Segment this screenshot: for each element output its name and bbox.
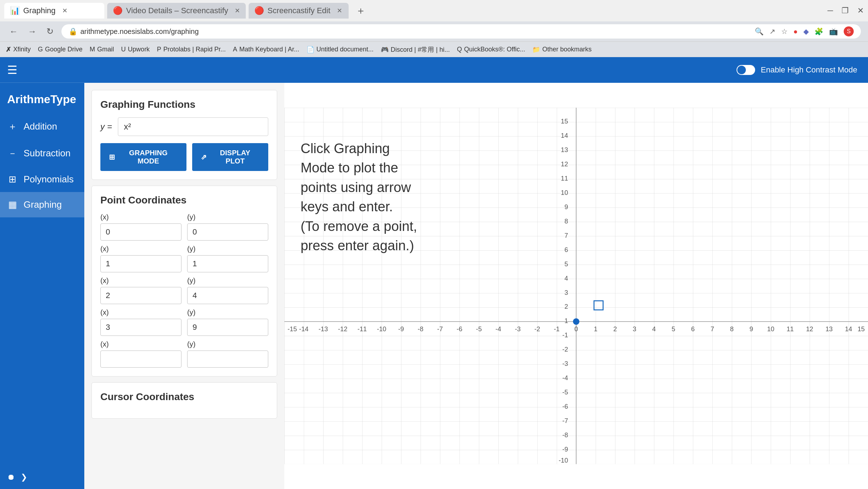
tab-graphing[interactable]: 📊 Graphing ✕	[4, 3, 104, 19]
sidebar-item-addition[interactable]: ＋ Addition	[0, 113, 84, 140]
bookmark-quickbooks[interactable]: Q QuickBooks®: Offic...	[457, 46, 525, 53]
coord-x-input-0[interactable]	[100, 223, 181, 241]
coord-y-input-0[interactable]	[187, 223, 268, 241]
graphing-mode-button[interactable]: ⊞ GRAPHING MODE	[100, 143, 186, 171]
svg-text:7: 7	[710, 326, 714, 333]
coord-x-2: (x)	[100, 277, 181, 304]
coord-x-input-1[interactable]	[100, 255, 181, 272]
tab-screencastify-details[interactable]: 🔴 Video Details – Screencastify ✕	[107, 3, 246, 19]
sidebar-brand: ArithmeType	[0, 83, 84, 113]
bookmark-discord-icon: 🎮	[381, 46, 389, 54]
svg-text:-7: -7	[562, 417, 568, 424]
svg-text:11: 11	[561, 175, 568, 182]
maximize-button[interactable]: ❐	[842, 6, 849, 15]
svg-text:13: 13	[825, 326, 833, 333]
sidebar-item-label-polynomials: Polynomials	[24, 174, 74, 185]
content-area: Graphing Functions y = ⊞ GRAPHING MODE ⇗…	[84, 83, 868, 489]
svg-text:8: 8	[564, 218, 568, 225]
bookmark-math-keyboard[interactable]: A Math Keyboard | Ar...	[233, 46, 299, 53]
coord-y-1: (y)	[187, 245, 268, 272]
screencastify-record-icon[interactable]: ⏺	[7, 473, 15, 482]
sidebar-item-label-subtraction: Subtraction	[24, 148, 71, 159]
bookmark-google-drive[interactable]: G Google Drive	[38, 46, 83, 53]
coord-y-0: (y)	[187, 213, 268, 241]
back-button[interactable]: ←	[7, 24, 20, 39]
coord-x-1: (x)	[100, 245, 181, 272]
refresh-button[interactable]: ↻	[44, 24, 56, 39]
svg-text:10: 10	[561, 189, 568, 196]
sidebar-item-polynomials[interactable]: ⊞ Polynomials	[0, 167, 84, 192]
svg-text:13: 13	[561, 146, 568, 153]
search-icon[interactable]: 🔍	[755, 27, 764, 36]
sidebar-item-subtraction[interactable]: － Subtraction	[0, 140, 84, 167]
bookmark-star-icon[interactable]: ☆	[781, 27, 788, 36]
coord-y-3: (y)	[187, 308, 268, 336]
extension-icon-2[interactable]: ◆	[803, 27, 809, 36]
bookmark-xfinity[interactable]: ✗ Xfinity	[6, 46, 31, 54]
svg-text:-15: -15	[288, 326, 297, 333]
svg-text:6: 6	[691, 326, 695, 333]
browser-window-controls: ─ ❐ ✕	[827, 6, 864, 15]
address-bar[interactable]: 🔒 arithmetype.noesislabs.com/graphing 🔍 …	[61, 24, 861, 39]
close-button[interactable]: ✕	[857, 6, 864, 15]
point-origin	[573, 318, 579, 325]
tab-close-icon[interactable]: ✕	[62, 7, 68, 15]
coord-x-input-4[interactable]	[100, 351, 181, 368]
cast-icon[interactable]: 📺	[829, 27, 838, 36]
bookmark-upwork[interactable]: U Upwork	[121, 46, 150, 53]
svg-text:2: 2	[564, 303, 568, 310]
sidebar-navigation: ＋ Addition － Subtraction ⊞ Polynomials ▦…	[0, 113, 84, 217]
bookmark-google-drive-icon: G	[38, 46, 43, 53]
bookmark-untitled-doc[interactable]: 📄 Untitled document...	[306, 46, 374, 54]
tab-screencastify-edit[interactable]: 🔴 Screencastify Edit ✕	[249, 3, 349, 19]
svg-text:11: 11	[787, 326, 794, 333]
coord-y-input-4[interactable]	[187, 351, 268, 368]
bookmark-gmail[interactable]: M Gmail	[90, 46, 114, 53]
high-contrast-toggle[interactable]: Enable High Contrast Mode	[737, 65, 857, 75]
address-action-icons: 🔍 ↗ ☆ ● ◆ 🧩 📺 S	[755, 26, 854, 36]
coord-x-0: (x)	[100, 213, 181, 241]
bookmark-protolabs[interactable]: P Protolabs | Rapid Pr...	[157, 46, 226, 53]
grid-icon: ⊞	[109, 153, 115, 161]
bookmark-other[interactable]: 📁 Other bookmarks	[532, 46, 592, 54]
graphing-icon: ▦	[7, 199, 18, 210]
address-bar-row: ← → ↻ 🔒 arithmetype.noesislabs.com/graph…	[0, 21, 868, 41]
cursor-coordinates-title: Cursor Coordinates	[100, 391, 268, 403]
coord-y-input-2[interactable]	[187, 287, 268, 304]
sidebar-item-graphing[interactable]: ▦ Graphing	[0, 192, 84, 217]
toggle-switch[interactable]	[737, 65, 755, 75]
tab-close-2-icon[interactable]: ✕	[235, 7, 240, 15]
coord-x-input-2[interactable]	[100, 287, 181, 304]
coord-y-input-3[interactable]	[187, 319, 268, 336]
svg-text:1: 1	[594, 326, 597, 333]
extension-icon-1[interactable]: ●	[793, 27, 798, 36]
svg-text:-9: -9	[562, 446, 568, 453]
coord-x-input-3[interactable]	[100, 319, 181, 336]
bookmark-gmail-icon: M	[90, 46, 95, 53]
forward-button[interactable]: →	[26, 24, 39, 39]
coord-y-label-0: (y)	[187, 213, 268, 221]
coord-y-input-1[interactable]	[187, 255, 268, 272]
graphing-functions-section: Graphing Functions y = ⊞ GRAPHING MODE ⇗…	[91, 90, 277, 180]
graph-svg: 0 -1 -2 -3 -4 -5 -6 -7 -8 -9 -10 -11 -12…	[284, 83, 868, 489]
svg-text:4: 4	[564, 275, 568, 282]
share-icon[interactable]: ↗	[769, 27, 775, 36]
coord-x-label-1: (x)	[100, 245, 181, 253]
bookmark-discord[interactable]: 🎮 Discord | #常用 | hi...	[381, 45, 450, 54]
minimize-button[interactable]: ─	[827, 6, 833, 15]
equation-input[interactable]	[118, 117, 268, 136]
svg-text:-11: -11	[358, 326, 367, 333]
svg-text:12: 12	[806, 326, 813, 333]
coord-y-label-4: (y)	[187, 340, 268, 348]
tab-close-3-icon[interactable]: ✕	[337, 7, 342, 15]
profile-icon[interactable]: S	[844, 26, 854, 36]
polynomials-icon: ⊞	[7, 174, 18, 185]
extensions-icon[interactable]: 🧩	[814, 27, 823, 36]
screencastify-expand-icon[interactable]: ❯	[21, 473, 27, 482]
sidebar-item-label-addition: Addition	[24, 121, 57, 132]
svg-text:15: 15	[561, 118, 568, 125]
display-plot-button[interactable]: ⇗ DISPLAY PLOT	[192, 143, 268, 171]
new-tab-button[interactable]: ＋	[351, 2, 370, 19]
svg-text:keys and enter.: keys and enter.	[300, 199, 393, 214]
hamburger-menu-icon[interactable]: ☰	[7, 63, 18, 77]
